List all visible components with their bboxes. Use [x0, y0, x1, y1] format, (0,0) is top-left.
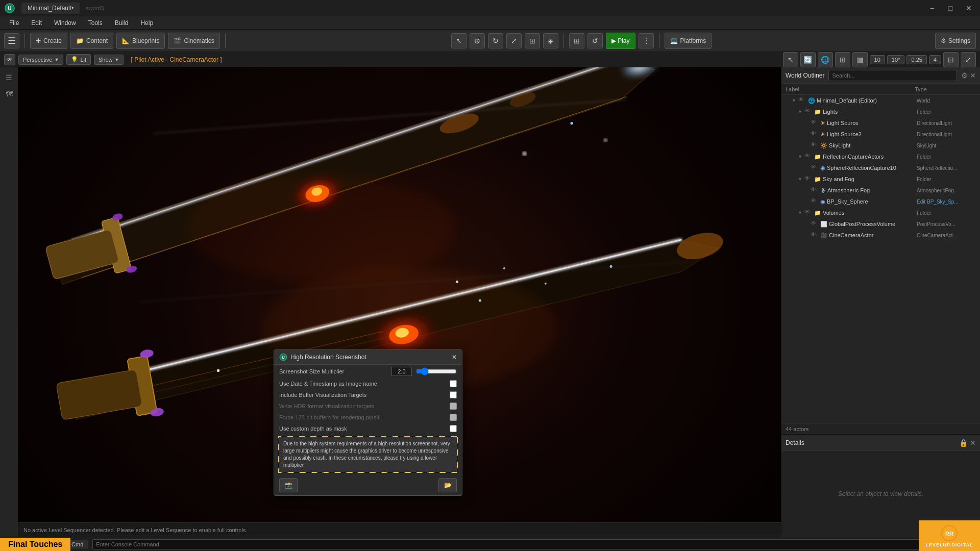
wo-row-volumes[interactable]: ▼ 👁 📁 Volumes Folder [781, 207, 980, 218]
wo-row-reflection[interactable]: ▼ 👁 📁 ReflectionCaptureActors Folder [781, 151, 980, 162]
blueprints-button[interactable]: 📐 Blueprints [116, 33, 165, 49]
visibility-root[interactable]: 👁 [798, 96, 806, 105]
visibility-sphere[interactable]: 👁 [811, 164, 819, 172]
details-title: Details [786, 439, 804, 446]
multiplier-slider[interactable] [416, 367, 457, 375]
visibility-volumes[interactable]: 👁 [804, 209, 813, 217]
viewport-layout-icon[interactable]: ⊡ [943, 52, 959, 67]
scale-num[interactable]: 0.25 [906, 55, 926, 64]
show-button[interactable]: Show ▼ [94, 55, 124, 65]
visibility-sky-fog[interactable]: 👁 [804, 175, 813, 183]
depth-checkbox[interactable] [450, 425, 457, 432]
app-title: sword3 [86, 5, 104, 11]
visibility-postprocess[interactable]: 👁 [811, 220, 819, 228]
visibility-atm-fog[interactable]: 👁 [811, 186, 819, 194]
camera-move-icon[interactable]: 🔄 [800, 52, 816, 67]
visibility-bp-sky[interactable]: 👁 [811, 197, 819, 206]
minimize-button[interactable]: − [925, 3, 939, 13]
multiplier-input[interactable] [391, 367, 412, 376]
tab-name[interactable]: Minimal_Default• [21, 3, 80, 14]
menu-build[interactable]: Build [110, 18, 134, 28]
wo-row-atm-fog[interactable]: 👁 🌫 Atmospheric Fog AtmosphericFog [781, 185, 980, 196]
toolbar-icon-btn[interactable]: ☰ [4, 33, 19, 48]
select-tool-btn[interactable]: ↖ [451, 33, 467, 48]
viewport[interactable]: U High Resolution Screenshot ✕ Screensho… [18, 67, 781, 537]
wo-search-input[interactable] [828, 70, 957, 81]
visibility-skylight[interactable]: 👁 [811, 141, 819, 149]
force128-checkbox[interactable] [450, 414, 457, 421]
wo-close-icon[interactable]: ✕ [970, 71, 976, 80]
sidebar-icon-menu[interactable]: ☰ [2, 70, 16, 85]
wo-row-postprocess[interactable]: 👁 ⬜ GlobalPostProcessVolume PostProcessV… [781, 218, 980, 230]
move-select-icon[interactable]: ↖ [783, 52, 798, 67]
menu-window[interactable]: Window [49, 18, 81, 28]
wo-root-name: Minimal_Default (Editor) [817, 97, 877, 104]
wo-row-skylight[interactable]: 👁 🔆 SkyLight SkyLight [781, 140, 980, 151]
menu-tools[interactable]: Tools [83, 18, 108, 28]
rotate-tool-btn[interactable]: ↻ [488, 33, 503, 48]
right-panel: World Outliner ⚙ ✕ Label Type ▼ 👁 🌐 [781, 67, 980, 537]
visibility-cine[interactable]: 👁 [811, 231, 819, 239]
wo-row-sky-fog[interactable]: ▼ 👁 📁 Sky and Fog Folder [781, 173, 980, 185]
wo-row-cine-camera[interactable]: 👁 🎥 CineCameraActor CineCameraAct... [781, 230, 980, 241]
lit-button[interactable]: 💡 Lit [66, 54, 91, 65]
expand-arrow-volumes: ▼ [798, 210, 803, 215]
wo-row-sphere-reflection[interactable]: 👁 ◉ SphereReflectionCapture10 SphereRefl… [781, 162, 980, 173]
cinematics-button[interactable]: 🎬 Cinematics [168, 33, 219, 49]
visibility-lightsource2[interactable]: 👁 [811, 130, 819, 138]
camera-speed-num[interactable]: 4 [929, 55, 941, 64]
visibility-reflection[interactable]: 👁 [804, 153, 813, 161]
settings-button[interactable]: ⚙ Settings [935, 33, 976, 49]
wo-row-lights[interactable]: ▼ 👁 📁 Lights Folder [781, 106, 980, 117]
console-input[interactable] [92, 539, 976, 549]
surface-snap-icon[interactable]: ⊞ [835, 52, 850, 67]
perspective-button[interactable]: Perspective ▼ [18, 55, 63, 65]
fog-icon: 🌫 [820, 187, 826, 193]
toolbar-separator-2 [225, 34, 226, 48]
sidebar-icon-1[interactable]: 🗺 [2, 87, 16, 101]
wo-row-lightsource2[interactable]: 👁 ☀ Light Source2 DirectionalLight [781, 129, 980, 140]
visibility-lights[interactable]: 👁 [804, 108, 813, 116]
content-button[interactable]: 📁 Content [70, 33, 113, 49]
grid-num-1[interactable]: 10 [870, 55, 885, 64]
platforms-button[interactable]: 💻 Platforms [665, 33, 712, 49]
hdr-checkbox[interactable] [450, 403, 457, 410]
menu-help[interactable]: Help [135, 18, 158, 28]
maximize-button[interactable]: □ [943, 3, 958, 13]
menu-edit[interactable]: Edit [26, 18, 47, 28]
play-options-btn[interactable]: ⋮ [639, 33, 654, 48]
wo-row-root[interactable]: ▼ 👁 🌐 Minimal_Default (Editor) World [781, 95, 980, 106]
details-close-icon[interactable]: ✕ [970, 439, 976, 447]
screenshot-capture-button[interactable]: 📸 [279, 478, 298, 492]
buffer-checkbox[interactable] [450, 391, 457, 398]
wo-bp-sky-type[interactable]: Edit BP_Sky_Sp... [917, 199, 978, 205]
rotate-num[interactable]: 10° [887, 55, 905, 64]
wo-options-icon[interactable]: ⚙ [961, 71, 968, 80]
close-button[interactable]: ✕ [962, 3, 976, 13]
details-lock-icon[interactable]: 🔒 [959, 439, 968, 447]
play-button[interactable]: ▶ Play [606, 33, 635, 49]
surface-tool-btn[interactable]: ◈ [543, 33, 558, 48]
wo-col-type: Type [915, 86, 976, 92]
camera-icon-btn[interactable]: 👁 [4, 54, 15, 65]
move-tool-btn[interactable]: ⊕ [470, 33, 485, 48]
create-button[interactable]: ✚ Create [30, 33, 67, 49]
toolbar: ☰ ✚ Create 📁 Content 📐 Blueprints 🎬 Cine… [0, 30, 980, 52]
grid-icon[interactable]: ▦ [852, 52, 868, 67]
world-space-icon[interactable]: 🌐 [818, 52, 833, 67]
visibility-lightsource[interactable]: 👁 [811, 119, 819, 127]
pivot-tool-btn[interactable]: ⊞ [525, 33, 540, 48]
date-checkbox[interactable] [450, 380, 457, 387]
wo-row-lightsource[interactable]: 👁 ☀ Light Source DirectionalLight [781, 117, 980, 129]
wo-sky-fog-type: Folder [917, 177, 978, 182]
screenshot-folder-button[interactable]: 📂 [438, 478, 457, 492]
grid-snap-btn[interactable]: ⊞ [569, 33, 584, 48]
menu-file[interactable]: File [4, 18, 24, 28]
rotate-snap-btn[interactable]: ↺ [587, 33, 603, 48]
scale-tool-btn[interactable]: ⤢ [506, 33, 522, 48]
title-bar-left: U Minimal_Default• sword3 [4, 3, 104, 14]
dialog-close-button[interactable]: ✕ [452, 354, 457, 361]
wo-row-bp-sky[interactable]: 👁 ◉ BP_Sky_Sphere Edit BP_Sky_Sp... [781, 196, 980, 207]
content-icon: 📁 [76, 37, 84, 44]
viewport-maximize-icon[interactable]: ⤢ [961, 52, 976, 67]
